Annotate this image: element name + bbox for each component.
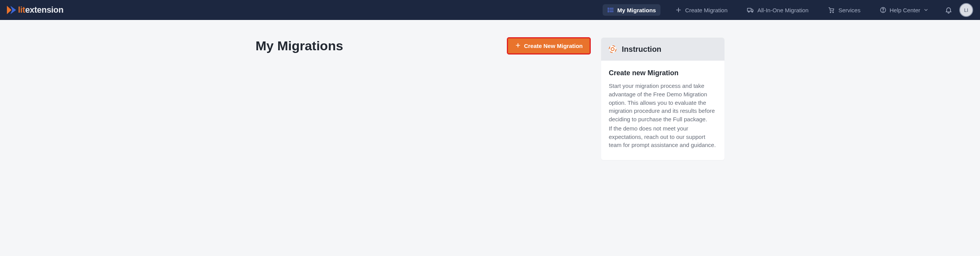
instruction-panel: Instruction Create new Migration Start y… — [601, 38, 724, 160]
logo-text-ext: extension — [25, 5, 64, 15]
logo-text: litextension — [18, 5, 64, 15]
svg-point-14 — [833, 12, 834, 13]
nav-label: All-In-One Migration — [757, 7, 808, 13]
svg-marker-0 — [7, 6, 11, 14]
avatar-initials: LI — [964, 7, 969, 13]
chevron-down-icon — [923, 7, 929, 13]
svg-point-13 — [830, 12, 831, 13]
instruction-paragraph: Start your migration process and take ad… — [609, 82, 717, 124]
instruction-text: Start your migration process and take ad… — [609, 82, 717, 149]
main-header-row: My Migrations Create New Migration — [256, 38, 590, 54]
nav-label: Create Migration — [685, 7, 728, 13]
instruction-title: Instruction — [622, 45, 661, 54]
bell-icon[interactable] — [945, 6, 952, 14]
help-circle-icon — [880, 7, 887, 13]
header-right: LI — [945, 3, 973, 17]
svg-point-5 — [608, 8, 609, 9]
instruction-subtitle: Create new Migration — [609, 69, 717, 77]
list-icon — [607, 7, 614, 13]
svg-point-11 — [748, 11, 749, 12]
plus-icon — [515, 42, 521, 50]
nav-all-in-one[interactable]: All-In-One Migration — [742, 4, 813, 16]
logo[interactable]: litextension — [7, 5, 64, 15]
lifebuoy-icon — [608, 45, 617, 54]
main-column: My Migrations Create New Migration — [256, 38, 590, 54]
plus-icon — [675, 7, 682, 13]
logo-mark-icon — [7, 6, 17, 14]
cart-icon — [828, 7, 835, 13]
instruction-body: Create new Migration Start your migratio… — [601, 61, 724, 160]
svg-point-6 — [608, 10, 609, 10]
avatar[interactable]: LI — [959, 3, 973, 17]
page-content: My Migrations Create New Migration — [245, 20, 735, 178]
nav-help-center[interactable]: Help Center — [875, 4, 933, 16]
create-button-label: Create New Migration — [524, 43, 583, 49]
nav-label: My Migrations — [617, 7, 656, 13]
instruction-paragraph: If the demo does not meet your expectati… — [609, 124, 717, 149]
create-new-migration-button[interactable]: Create New Migration — [507, 38, 590, 54]
main-nav: My Migrations Create Migration All-I — [603, 4, 933, 16]
app-header: litextension My Migrations — [0, 0, 980, 20]
svg-point-12 — [752, 11, 753, 12]
logo-text-lit: lit — [18, 5, 25, 15]
instruction-header: Instruction — [601, 38, 724, 61]
nav-services[interactable]: Services — [823, 4, 865, 16]
svg-point-16 — [883, 11, 883, 12]
svg-rect-10 — [747, 8, 751, 12]
nav-label: Services — [838, 7, 860, 13]
nav-my-migrations[interactable]: My Migrations — [603, 4, 660, 16]
truck-icon — [747, 7, 754, 13]
page-title: My Migrations — [256, 38, 343, 53]
svg-point-7 — [608, 12, 609, 12]
nav-create-migration[interactable]: Create Migration — [670, 4, 732, 16]
svg-point-20 — [611, 48, 614, 51]
nav-label: Help Center — [890, 7, 920, 13]
